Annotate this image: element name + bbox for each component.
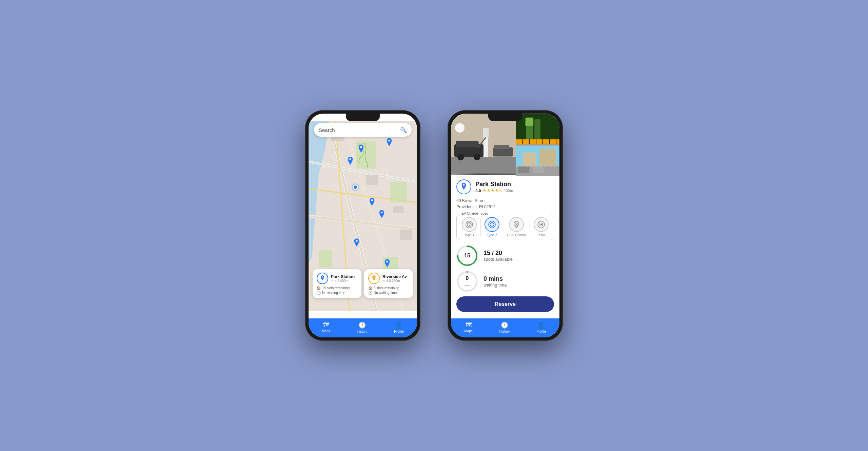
svg-point-24 — [349, 158, 351, 160]
park-station-name: Park Station — [331, 274, 355, 279]
profile-icon-2: 👤 — [537, 321, 545, 329]
detail-station-icon — [456, 179, 471, 194]
wait-num: 0 — [465, 275, 470, 281]
ev-type-ccs[interactable]: CCS Combo — [507, 217, 526, 237]
map-pin-4[interactable] — [368, 198, 376, 207]
map-container[interactable]: Search 🔍 — [309, 114, 417, 318]
nav-profile-1[interactable]: 👤 Profile — [394, 321, 403, 333]
ev-type-type1[interactable]: Type 1 — [462, 217, 477, 237]
nav-history-label-2: History — [499, 330, 510, 333]
clock-icon-2: 🕐 — [368, 291, 372, 295]
map-pin-5[interactable] — [378, 210, 386, 219]
nav-profile-label-2: Profile — [536, 330, 546, 333]
svg-rect-53 — [523, 152, 536, 165]
svg-rect-41 — [494, 145, 509, 149]
detail-station-name: Park Station — [475, 181, 513, 188]
search-input-text: Search — [319, 127, 400, 133]
svg-point-31 — [373, 276, 375, 278]
ev-types-label: EV Charge Types — [460, 212, 489, 215]
phone-detail: ← Park Station 4.5 ★★★★½ — [448, 110, 563, 341]
svg-rect-21 — [393, 206, 403, 213]
search-icon: 🔍 — [400, 127, 407, 133]
svg-rect-35 — [456, 141, 478, 147]
svg-rect-45 — [534, 119, 540, 141]
ev-type-icon-type1 — [462, 217, 477, 232]
wait-main: 0 mins — [484, 275, 507, 282]
address-line2: Providence, RI 02912 — [456, 204, 554, 210]
nav-history-1[interactable]: 🕐 History — [357, 321, 367, 333]
detail-content: Park Station 4.5 ★★★★½ 400m 69 Brown Str… — [451, 175, 559, 318]
station-card-riverside[interactable]: Riverside Av ☆ 4.0 750m 🏠 3 slots remain… — [364, 269, 413, 298]
station-card-park[interactable]: Park Station ☆ 4.5 400m 🏠 15 slots remai… — [313, 269, 361, 298]
bottom-nav-2: 🗺 Maps 🕐 History 👤 Profile — [451, 318, 559, 337]
svg-point-69 — [517, 223, 518, 224]
clock-icon: 🕐 — [317, 291, 321, 295]
nav-maps-1[interactable]: 🗺 Maps — [322, 321, 330, 333]
svg-point-67 — [514, 221, 519, 226]
nav-history-label-1: History — [357, 330, 367, 333]
ev-divider-1 — [480, 219, 481, 236]
nav-maps-label-2: Maps — [464, 329, 472, 333]
svg-point-59 — [470, 223, 471, 224]
scene: Search 🔍 — [305, 110, 563, 341]
detail-address: 69 Brown Street Providence, RI 02912 — [456, 198, 554, 210]
wait-circle-center: 0 mins — [465, 275, 470, 288]
svg-point-30 — [322, 276, 323, 278]
nav-maps-2[interactable]: 🗺 Maps — [464, 321, 472, 333]
nav-profile-label-1: Profile — [394, 330, 403, 333]
wait-stat-row: 0 mins 0 mins waiting time — [456, 271, 554, 292]
wait-unit: mins — [465, 284, 470, 287]
park-station-rating: ☆ 4.5 400m — [331, 279, 355, 283]
svg-point-58 — [468, 223, 469, 224]
house-icon-2: 🏠 — [368, 286, 372, 290]
nav-history-2[interactable]: 🕐 History — [499, 321, 510, 333]
map-pin-1[interactable] — [386, 138, 393, 148]
svg-point-64 — [493, 223, 494, 224]
ev-type-tesla[interactable]: Tesla — [534, 217, 549, 237]
riverside-station-name: Riverside Av — [382, 274, 407, 279]
svg-point-26 — [371, 199, 373, 201]
svg-point-72 — [515, 226, 516, 227]
svg-point-60 — [469, 225, 470, 226]
map-pin-2[interactable] — [347, 157, 354, 166]
riverside-wait-row: 🕐 No waiting time — [368, 291, 409, 295]
svg-point-23 — [388, 140, 390, 142]
svg-rect-54 — [539, 149, 556, 165]
svg-rect-22 — [400, 230, 412, 240]
park-station-icon — [317, 273, 328, 284]
ev-type-type2[interactable]: Type 2 — [485, 217, 499, 237]
svg-point-76 — [540, 224, 542, 225]
spots-main: 15 / 20 — [484, 250, 513, 257]
svg-rect-20 — [366, 175, 378, 185]
screen-detail: ← Park Station 4.5 ★★★★½ — [451, 114, 559, 337]
wait-sub: waiting time — [484, 282, 507, 288]
reserve-button[interactable]: Reserve — [456, 296, 554, 312]
photo-bottom — [516, 145, 559, 177]
map-pin-3[interactable] — [357, 144, 365, 154]
svg-point-37 — [474, 154, 480, 160]
svg-point-55 — [463, 184, 465, 186]
ev-divider-2 — [503, 219, 503, 236]
search-bar[interactable]: Search 🔍 — [314, 123, 412, 137]
nav-profile-2[interactable]: 👤 Profile — [536, 321, 546, 333]
svg-rect-15 — [390, 182, 407, 202]
svg-rect-16 — [319, 250, 332, 267]
wait-circle: 0 mins — [456, 271, 478, 292]
back-button[interactable]: ← — [455, 123, 465, 133]
spots-stat-row: 15 15 / 20 spots available — [456, 245, 554, 267]
photo-main — [451, 114, 516, 175]
svg-point-68 — [515, 223, 516, 224]
svg-point-29 — [386, 261, 388, 263]
ev-type-name-type1: Type 1 — [464, 233, 474, 237]
park-rating-star: ☆ — [331, 279, 334, 283]
maps-icon-1: 🗺 — [323, 321, 329, 329]
station-photos: ← — [451, 114, 559, 175]
ev-types-box: EV Charge Types — [456, 214, 554, 240]
riverside-station-rating: ☆ 4.0 750m — [382, 279, 407, 283]
map-pin-6[interactable] — [353, 238, 360, 248]
riverside-slots-row: 🏠 3 slots remaining — [368, 286, 409, 290]
ev-type-icon-ccs — [509, 217, 524, 232]
svg-point-27 — [381, 212, 383, 214]
ev-type-icon-tesla — [534, 217, 549, 232]
house-icon: 🏠 — [317, 286, 321, 290]
